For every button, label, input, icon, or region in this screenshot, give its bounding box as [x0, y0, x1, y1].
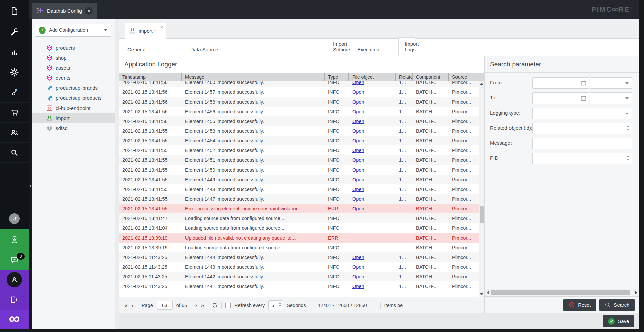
open-file-link[interactable]: Open: [352, 196, 364, 202]
tree-item[interactable]: shop: [32, 53, 115, 63]
select-input[interactable]: [532, 108, 632, 119]
tab[interactable]: Data Source: [184, 43, 327, 56]
log-row[interactable]: 2021-02-15 13:41:55 Element 1454 importe…: [119, 136, 479, 145]
tree-item[interactable]: sdfsd: [32, 123, 115, 133]
log-row[interactable]: 2021-02-15 13:41:55 Element 1452 importe…: [119, 145, 479, 155]
spin-up-icon[interactable]: [279, 302, 281, 304]
tab[interactable]: Execution: [352, 43, 398, 56]
log-row[interactable]: 2021-02-15 13:41:56 Element 1460 importe…: [119, 81, 479, 87]
log-row[interactable]: 2021-02-15 13:41:47 Loading source data …: [119, 213, 479, 223]
tree-item[interactable]: products: [32, 43, 115, 53]
open-file-link[interactable]: Open: [352, 264, 364, 270]
log-row[interactable]: 2021-02-15 13:41:55 Element 1451 importe…: [119, 155, 479, 165]
close-icon[interactable]: ✕: [160, 25, 163, 30]
next-page-button[interactable]: ›: [195, 302, 197, 308]
column-header[interactable]: Component: [413, 73, 449, 81]
ecommerce-button[interactable]: [0, 82, 29, 103]
scroll-left-icon[interactable]: [487, 291, 489, 294]
tab[interactable]: General: [122, 43, 184, 56]
log-row[interactable]: 2021-02-15 13:41:55 Error processing ele…: [119, 204, 479, 213]
open-file-link[interactable]: Open: [352, 255, 364, 260]
log-row[interactable]: 2021-02-15 13:41:56 Element 1455 importe…: [119, 116, 479, 126]
log-row[interactable]: 2021-02-15 11:43:25 Element 1444 importe…: [119, 252, 479, 262]
log-row[interactable]: 2021-02-15 13:41:55 Element 1447 importe…: [119, 194, 479, 204]
save-button[interactable]: Save: [603, 315, 634, 327]
reports-button[interactable]: [0, 42, 29, 62]
log-row[interactable]: 2021-02-15 13:41:56 Element 1457 importe…: [119, 87, 479, 97]
panel-splitter[interactable]: [115, 19, 119, 329]
log-row[interactable]: 2021-02-15 13:39:19 Uploaded file not va…: [119, 233, 479, 243]
add-configuration-dropdown[interactable]: [100, 24, 111, 37]
log-row[interactable]: 2021-02-15 13:41:55 Element 1448 importe…: [119, 184, 479, 194]
date-input[interactable]: [532, 77, 589, 89]
scrollbar-thumb[interactable]: [480, 206, 484, 223]
open-file-link[interactable]: Open: [352, 148, 364, 153]
calendar-icon[interactable]: [581, 95, 586, 102]
open-file-link[interactable]: Open: [352, 138, 364, 143]
settings-button[interactable]: [0, 62, 29, 82]
spin-up-icon[interactable]: [627, 155, 629, 157]
open-file-link[interactable]: Open: [352, 89, 364, 95]
scroll-right-icon[interactable]: [635, 291, 637, 294]
spin-down-icon[interactable]: [627, 159, 629, 160]
scroll-up-icon[interactable]: [480, 83, 483, 85]
chat-button[interactable]: 3: [0, 250, 29, 270]
open-file-link[interactable]: Open: [352, 187, 364, 192]
log-row[interactable]: 2021-02-15 13:41:56 Element 1458 importe…: [119, 97, 479, 107]
horizontal-scrollbar[interactable]: [485, 289, 639, 296]
spin-down-icon[interactable]: [627, 129, 629, 130]
refresh-every-checkbox[interactable]: [225, 303, 231, 308]
tree-item[interactable]: CIHUB ci-hub-endpoint: [32, 103, 115, 113]
logout-button[interactable]: [0, 290, 29, 310]
open-file-link[interactable]: Open: [352, 99, 364, 105]
collapse-left-icon[interactable]: [29, 184, 31, 188]
search-button[interactable]: Search: [599, 299, 635, 311]
datahub-config-tab[interactable]: Datahub Config ✕: [32, 3, 97, 19]
open-file-link[interactable]: Open: [352, 206, 364, 211]
close-icon[interactable]: ✕: [85, 7, 93, 15]
log-row[interactable]: 2021-02-15 13:41:55 Element 1453 importe…: [119, 126, 479, 136]
cart-button[interactable]: [0, 103, 29, 123]
last-page-button[interactable]: »: [201, 302, 204, 308]
tree-item[interactable]: productsup-products: [32, 93, 115, 103]
add-configuration-button[interactable]: + Add Configuration: [35, 24, 100, 37]
file-button[interactable]: [0, 0, 29, 22]
column-header[interactable]: Message: [182, 73, 325, 81]
refresh-button[interactable]: [212, 302, 218, 308]
profile-button[interactable]: [0, 270, 29, 290]
open-file-link[interactable]: Open: [352, 284, 364, 289]
calendar-icon[interactable]: [581, 80, 586, 87]
open-file-link[interactable]: Open: [352, 109, 364, 114]
session-user-button[interactable]: [0, 229, 29, 250]
users-button[interactable]: [0, 123, 29, 143]
column-header[interactable]: Source: [449, 73, 484, 81]
page-number-input[interactable]: [157, 301, 173, 310]
column-header[interactable]: Timestamp: [119, 73, 182, 81]
refresh-interval-spinner[interactable]: 5: [268, 300, 283, 310]
column-header[interactable]: File object: [349, 73, 396, 81]
log-row[interactable]: 2021-02-15 13:41:56 Element 1456 importe…: [119, 107, 479, 116]
log-row[interactable]: 2021-02-15 11:43:25 Element 1443 importe…: [119, 262, 479, 272]
scrollbar-thumb[interactable]: [491, 290, 630, 295]
open-file-link[interactable]: Open: [352, 81, 364, 85]
spin-up-icon[interactable]: [627, 125, 629, 127]
scroll-down-icon[interactable]: [480, 293, 483, 295]
tree-item[interactable]: productsup-brands: [32, 83, 115, 93]
log-row[interactable]: 2021-02-15 11:43:25 Element 1441 importe…: [119, 281, 479, 291]
log-row[interactable]: 2021-02-15 13:41:55 Element 1449 importe…: [119, 175, 479, 184]
date-input[interactable]: [532, 92, 589, 104]
log-row[interactable]: 2021-02-15 13:39:19 Loading source data …: [119, 243, 479, 252]
spin-down-icon[interactable]: [279, 305, 281, 307]
log-row[interactable]: 2021-02-15 13:41:55 Element 1450 importe…: [119, 165, 479, 175]
tab[interactable]: Import Logs: [398, 37, 415, 56]
tab[interactable]: Import Settings: [327, 38, 352, 56]
log-row[interactable]: 2021-02-15 13:41:04 Loading source data …: [119, 223, 479, 233]
tools-button[interactable]: [0, 22, 29, 42]
import-document-tab[interactable]: import * ✕: [125, 23, 166, 39]
open-file-link[interactable]: Open: [352, 119, 364, 124]
previous-page-button[interactable]: ‹: [132, 302, 134, 308]
column-header[interactable]: Related object: [396, 73, 413, 81]
first-page-button[interactable]: «: [124, 302, 128, 308]
number-input[interactable]: [532, 153, 632, 164]
open-file-link[interactable]: Open: [352, 157, 364, 163]
